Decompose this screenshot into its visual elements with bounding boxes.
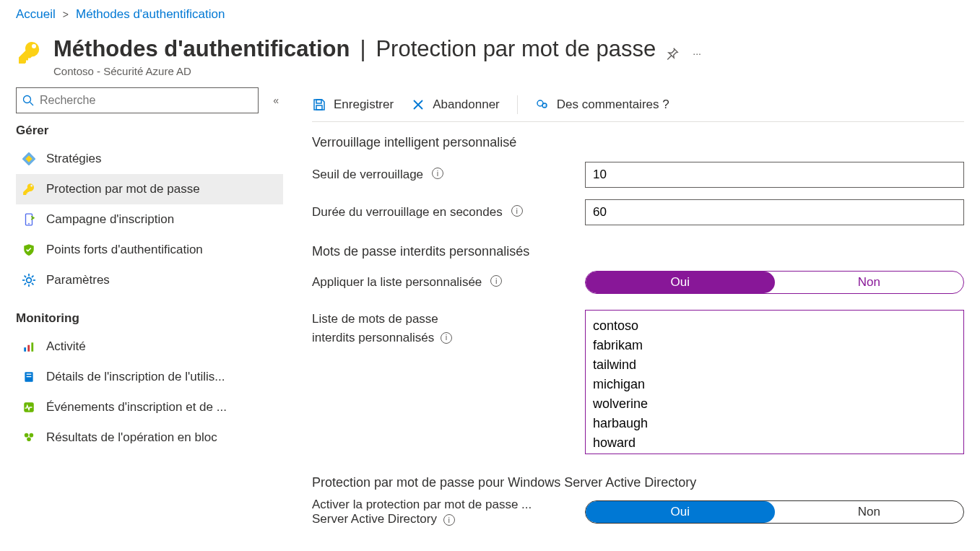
label-enable-windows-ad-line1: Activer la protection par mot de passe .…: [312, 498, 532, 511]
sidebar-item-bulk-results[interactable]: Résultats de l'opération en bloc: [16, 422, 283, 453]
policy-icon: [22, 152, 36, 166]
svg-point-23: [30, 433, 34, 438]
breadcrumb: Accueil > Méthodes d'authentification: [0, 0, 980, 22]
pulse-icon: [22, 400, 36, 415]
nav-section-manage: Gérer: [16, 123, 283, 138]
svg-point-22: [25, 433, 29, 438]
book-icon: [22, 370, 36, 384]
svg-rect-19: [27, 374, 32, 375]
svg-rect-17: [31, 342, 33, 351]
sidebar-item-auth-strengths[interactable]: Points forts d'authentification: [16, 235, 283, 265]
section-smart-lockout: Verrouillage intelligent personnalisé: [312, 135, 964, 150]
sidebar-item-label: Stratégies: [46, 152, 102, 166]
toggle-no[interactable]: Non: [775, 501, 964, 523]
feedback-label: Des commentaires ?: [557, 97, 669, 112]
breadcrumb-home[interactable]: Accueil: [16, 7, 56, 22]
search-icon: [22, 95, 34, 106]
info-icon[interactable]: i: [490, 275, 502, 287]
discard-label: Abandonner: [433, 97, 500, 112]
section-windows-ad: Protection par mot de passe pour Windows…: [312, 475, 964, 490]
svg-line-14: [32, 276, 33, 277]
sidebar-item-reg-details[interactable]: Détails de l'inscription de l'utilis...: [16, 362, 283, 392]
svg-text:?: ?: [544, 103, 547, 108]
pin-icon[interactable]: [664, 45, 680, 61]
label-enforce-custom-list: Appliquer la liste personnalisée: [312, 275, 482, 290]
svg-line-13: [25, 283, 26, 285]
key-small-icon: [22, 182, 36, 196]
svg-rect-16: [27, 345, 30, 352]
page-subtitle: Contoso - Sécurité Azure AD: [53, 65, 964, 77]
chevron-right-icon: >: [63, 9, 69, 20]
sidebar-item-label: Activité: [46, 339, 86, 354]
toggle-no[interactable]: Non: [775, 272, 964, 293]
save-label: Enregistrer: [334, 97, 394, 112]
breadcrumb-current[interactable]: Méthodes d'authentification: [76, 7, 225, 22]
chart-icon: [22, 339, 36, 354]
toggle-enable-windows-ad[interactable]: Oui Non: [585, 500, 964, 524]
sidebar-item-label: Campagne d'inscription: [46, 212, 174, 227]
save-button[interactable]: Enregistrer: [312, 97, 394, 112]
sidebar-item-strategies[interactable]: Stratégies: [16, 144, 283, 174]
sidebar-item-label: Résultats de l'opération en bloc: [46, 430, 217, 445]
toggle-enforce-custom-list[interactable]: Oui Non: [585, 271, 964, 294]
close-icon: [411, 97, 425, 112]
save-icon: [312, 97, 326, 112]
info-icon[interactable]: i: [441, 332, 452, 344]
svg-rect-25: [316, 100, 321, 103]
sidebar-item-reg-events[interactable]: Événements d'inscription et de ...: [16, 392, 283, 422]
people-icon: [22, 430, 36, 445]
svg-point-6: [27, 278, 32, 283]
sidebar-item-label: Points forts d'authentification: [46, 243, 203, 257]
toolbar-separator: [517, 95, 518, 114]
page-header: Méthodes d'authentification | Protection…: [0, 22, 980, 84]
label-custom-list-line1: Liste de mots de passe: [312, 312, 438, 326]
sidebar-item-registration-campaign[interactable]: Campagne d'inscription: [16, 204, 283, 235]
nav-section-monitoring: Monitoring: [16, 311, 283, 326]
input-lockout-duration[interactable]: [585, 199, 964, 225]
more-icon[interactable]: ···: [689, 45, 705, 61]
search-box[interactable]: [16, 87, 259, 113]
key-icon: [16, 39, 43, 66]
sidebar-item-label: Protection par mot de passe: [46, 182, 200, 196]
label-lockout-duration: Durée du verrouillage en secondes: [312, 205, 503, 220]
svg-line-1: [30, 103, 34, 106]
toggle-yes[interactable]: Oui: [586, 272, 775, 293]
toggle-yes[interactable]: Oui: [586, 501, 775, 523]
svg-rect-26: [316, 105, 322, 110]
search-input[interactable]: [40, 94, 252, 107]
sidebar-item-password-protection[interactable]: Protection par mot de passe: [16, 174, 283, 204]
sidebar-item-label: Événements d'inscription et de ...: [46, 400, 227, 415]
discard-button[interactable]: Abandonner: [411, 97, 500, 112]
sidebar-item-label: Paramètres: [46, 273, 110, 287]
toolbar: Enregistrer Abandonner ? Des commentaire…: [312, 87, 964, 122]
phone-icon: [22, 212, 36, 227]
collapse-sidebar-icon[interactable]: «: [269, 90, 283, 110]
svg-rect-20: [27, 376, 32, 377]
svg-point-5: [28, 223, 30, 225]
input-lockout-threshold[interactable]: [585, 162, 964, 188]
shield-icon: [22, 243, 36, 257]
page-title-main: Méthodes d'authentification: [53, 36, 350, 62]
label-lockout-threshold: Seuil de verrouillage: [312, 168, 423, 182]
feedback-button[interactable]: ? Des commentaires ?: [535, 97, 669, 112]
main-content: Enregistrer Abandonner ? Des commentaire…: [283, 87, 964, 526]
info-icon[interactable]: i: [432, 168, 443, 179]
label-custom-list-line2: interdits personnalisés: [312, 331, 434, 344]
title-separator: |: [360, 36, 365, 62]
svg-rect-15: [24, 347, 26, 352]
section-banned-passwords: Mots de passe interdits personnalisés: [312, 244, 964, 259]
svg-point-0: [24, 96, 31, 103]
svg-line-11: [25, 276, 26, 277]
label-enable-windows-ad-line2: Server Active Directory: [312, 512, 437, 526]
info-icon[interactable]: i: [511, 205, 523, 217]
svg-point-24: [27, 437, 31, 441]
sidebar-item-settings[interactable]: Paramètres: [16, 265, 283, 295]
gear-icon: [22, 273, 36, 287]
feedback-icon: ?: [535, 97, 550, 112]
sidebar: « Gérer Stratégies Protection par mot de…: [16, 87, 283, 453]
info-icon[interactable]: i: [443, 514, 455, 526]
sidebar-item-activity[interactable]: Activité: [16, 331, 283, 362]
page-title-sub: Protection par mot de passe: [376, 36, 656, 62]
sidebar-item-label: Détails de l'inscription de l'utilis...: [46, 370, 225, 384]
textarea-banned-passwords[interactable]: [585, 310, 964, 454]
